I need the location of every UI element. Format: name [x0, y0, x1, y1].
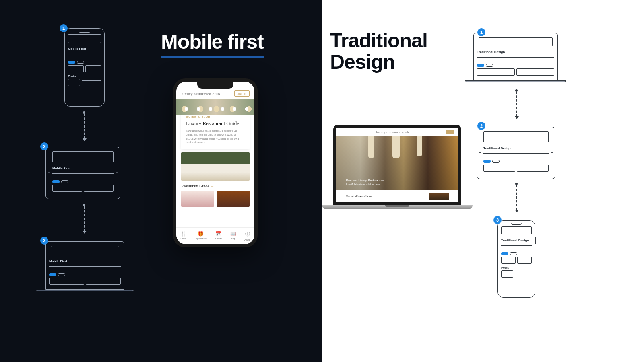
arrow-1-2-r — [516, 92, 517, 117]
book-icon: 📖 — [230, 231, 236, 237]
wireframe-phone-r: Traditional Design Posts — [497, 220, 535, 298]
nav-guide[interactable]: 🍴Guide — [180, 231, 186, 241]
fork-knife-icon: 🍴 — [180, 231, 186, 237]
calendar-icon: 📅 — [215, 231, 221, 237]
phone-hero-image — [176, 99, 254, 115]
nav-events[interactable]: 📅Events — [215, 231, 222, 241]
thumb-image — [217, 191, 250, 207]
wireframe-tablet-r: Traditional Design — [477, 127, 555, 179]
wireframe-laptop: Mobile First — [45, 241, 124, 290]
phone-mockup: luxury restaurant club Sign In GUIDE & C… — [173, 78, 258, 247]
laptop-mockup: luxury restaurant guide Discover Dining … — [333, 125, 461, 205]
laptop-thumb-image — [429, 193, 449, 200]
laptop-logo: luxury restaurant guide — [376, 130, 409, 134]
traditional-design-panel: TraditionalDesign luxury restaurant guid… — [322, 0, 644, 362]
info-icon: ⓘ — [245, 231, 250, 238]
gift-icon: 🎁 — [198, 231, 204, 237]
wireframe-tablet: Mobile First — [45, 147, 120, 199]
arrow-2-3 — [84, 206, 85, 231]
mobile-first-heading: Mobile first — [161, 30, 264, 58]
step-badge-1: 1 — [60, 24, 68, 32]
step-badge-3: 3 — [40, 237, 48, 245]
traditional-design-heading: TraditionalDesign — [330, 30, 427, 72]
wireframe-label-r: Traditional Design — [474, 48, 557, 56]
laptop-footer-title: The art of luxury living — [346, 195, 372, 198]
hero-title: Discover Dining Destinations — [346, 179, 449, 182]
step-badge-2-r: 2 — [477, 122, 485, 130]
phone-bottom-nav: 🍴Guide 🎁Experiences 📅Events 📖Blog ⓘAbout — [176, 227, 254, 244]
arrow-1-2 — [84, 114, 85, 139]
nav-about[interactable]: ⓘAbout — [244, 231, 250, 241]
phone-restaurant-image — [181, 152, 250, 181]
wireframe-laptop-r: Traditional Design — [473, 33, 558, 80]
phone-logo: luxury restaurant club — [181, 91, 220, 96]
heading-text: Mobile first — [161, 30, 264, 58]
wireframe-label-phone-r: Traditional Design — [498, 236, 535, 244]
arrow-2-3-r — [516, 185, 517, 210]
laptop-base — [322, 205, 473, 209]
hero-subtitle: From Michelin-starred to hidden gems — [346, 183, 449, 185]
laptop-base-wireframe — [36, 290, 134, 291]
wireframe-label-laptop: Mobile First — [46, 257, 124, 265]
mobile-first-panel: Mobile first 1 Mobile First Posts 2 Mobi… — [0, 0, 322, 362]
step-badge-2: 2 — [40, 142, 48, 150]
thumb-image — [181, 191, 214, 207]
nav-blog[interactable]: 📖Blog — [230, 231, 236, 241]
wireframe-label-tablet: Mobile First — [46, 164, 120, 172]
nav-experiences[interactable]: 🎁Experiences — [195, 231, 207, 241]
phone-tag: GUIDE & CLUB — [186, 116, 245, 118]
sign-in-button[interactable]: Sign In — [234, 90, 250, 97]
wireframe-posts-label-r: Posts — [498, 264, 535, 270]
wireframe-label-tablet-r: Traditional Design — [477, 144, 555, 152]
step-badge-3-r: 3 — [493, 216, 502, 224]
phone-paragraph: Take a delicious taste adventure with th… — [186, 129, 245, 144]
wireframe-label: Mobile First — [65, 45, 104, 52]
laptop-base-wireframe-r — [465, 80, 566, 82]
wireframe-posts-label: Posts — [65, 72, 104, 79]
phone-title: Luxury Restaurant Guide — [186, 120, 245, 127]
laptop-hero-image: Discover Dining Destinations From Michel… — [336, 136, 458, 190]
laptop-cta-button[interactable] — [446, 130, 454, 134]
step-badge-1-r: 1 — [477, 28, 485, 36]
wireframe-phone: Mobile First Posts — [64, 28, 105, 107]
phone-subtitle: Restaurant Guide → — [176, 184, 254, 191]
